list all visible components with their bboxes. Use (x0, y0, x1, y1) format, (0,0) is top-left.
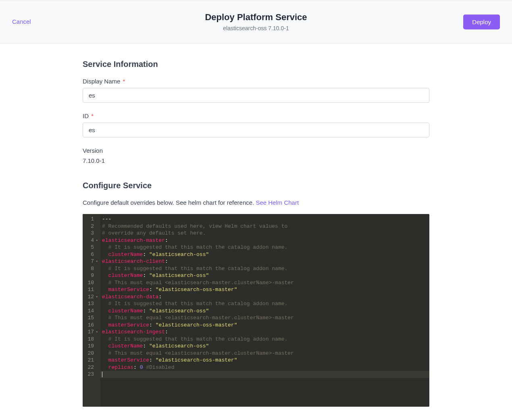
yaml-editor[interactable]: 1234▾567▾89101112▾1314151617▾18192021222… (83, 214, 429, 407)
code-line[interactable]: --- (100, 216, 429, 223)
gutter-line-number: 3 (85, 230, 97, 237)
gutter-line-number: 4▾ (85, 237, 97, 244)
code-line[interactable]: # It is suggested that this match the ca… (100, 265, 429, 272)
header-right: Deploy (452, 15, 500, 29)
version-label: Version (83, 147, 429, 154)
gutter-line-number: 14 (85, 308, 97, 315)
gutter-line-number: 8 (85, 265, 97, 272)
deploy-button[interactable]: Deploy (463, 15, 500, 29)
gutter-line-number: 23 (85, 371, 97, 378)
gutter-line-number: 13 (85, 300, 97, 308)
gutter-line-number: 6 (85, 251, 97, 258)
id-label: ID * (83, 112, 429, 119)
code-line[interactable]: # It is suggested that this match the ca… (100, 300, 429, 308)
header-center: Deploy Platform Service elasticsearch-os… (60, 12, 452, 31)
page-header: Cancel Deploy Platform Service elasticse… (0, 0, 512, 44)
configure-description: Configure default overrides below. See h… (83, 199, 429, 206)
required-indicator: * (91, 112, 94, 119)
gutter-line-number: 1 (85, 216, 97, 223)
gutter-line-number: 22 (85, 364, 97, 371)
gutter-line-number: 10 (85, 279, 97, 287)
gutter-line-number: 12▾ (85, 293, 97, 301)
header-left: Cancel (12, 18, 60, 25)
code-line[interactable]: elasticsearch-client: (100, 258, 429, 265)
code-line[interactable]: masterService: "elasticsearch-oss-master… (100, 286, 429, 293)
editor-lines[interactable]: ---# Recommended defaults used here, vie… (100, 214, 429, 407)
helm-chart-link[interactable]: See Helm Chart (256, 199, 299, 206)
version-group: Version 7.10.0-1 (83, 147, 429, 164)
display-name-label-text: Display Name (83, 78, 120, 85)
gutter-line-number: 9 (85, 272, 97, 279)
code-line[interactable]: clusterName: "elasticsearch-oss" (100, 343, 429, 350)
code-line[interactable]: clusterName: "elasticsearch-oss" (100, 272, 429, 279)
code-line[interactable]: # This must equal <elasticsearch-master.… (100, 350, 429, 357)
gutter-line-number: 11 (85, 286, 97, 293)
gutter-line-number: 20 (85, 350, 97, 357)
code-line[interactable]: # Recommended defaults used here, view H… (100, 223, 429, 230)
code-line[interactable]: masterService: "elasticsearch-oss-master… (100, 322, 429, 329)
code-line[interactable]: # It is suggested that this match the ca… (100, 336, 429, 343)
display-name-label: Display Name * (83, 78, 429, 85)
configure-title: Configure Service (83, 181, 429, 190)
display-name-group: Display Name * (83, 78, 429, 103)
gutter-line-number: 2 (85, 223, 97, 230)
code-line[interactable]: clusterName: "elasticsearch-oss" (100, 308, 429, 315)
fold-marker-icon[interactable]: ▾ (96, 259, 98, 264)
editor-gutter: 1234▾567▾89101112▾1314151617▾18192021222… (83, 214, 100, 407)
configure-desc-text: Configure default overrides below. See h… (83, 199, 256, 206)
fold-marker-icon[interactable]: ▾ (96, 295, 98, 300)
gutter-line-number: 17▾ (85, 329, 97, 336)
required-indicator: * (123, 78, 125, 85)
fold-marker-icon[interactable]: ▾ (96, 238, 98, 243)
id-group: ID * (83, 112, 429, 137)
code-line[interactable]: # It is suggested that this match the ca… (100, 244, 429, 251)
editor-cursor (102, 372, 102, 377)
version-value: 7.10.0-1 (83, 157, 429, 164)
configure-section: Configure Service Configure default over… (83, 181, 429, 407)
content: Service Information Display Name * ID * … (83, 44, 429, 420)
gutter-line-number: 7▾ (85, 258, 97, 265)
code-line[interactable]: # This must equal <elasticsearch-master.… (100, 314, 429, 322)
gutter-line-number: 21 (85, 357, 97, 364)
gutter-line-number: 15 (85, 314, 97, 322)
code-line[interactable]: elasticsearch-data: (100, 293, 429, 301)
code-line[interactable]: # override any defaults set here. (100, 230, 429, 237)
gutter-line-number: 19 (85, 343, 97, 350)
id-input[interactable] (83, 123, 429, 137)
page-subtitle: elasticsearch-oss 7.10.0-1 (60, 25, 452, 31)
id-label-text: ID (83, 112, 89, 119)
gutter-line-number: 5 (85, 244, 97, 251)
code-line[interactable]: elasticsearch-ingest: (100, 329, 429, 336)
gutter-line-number: 16 (85, 322, 97, 329)
fold-marker-icon[interactable]: ▾ (96, 330, 98, 335)
service-info-title: Service Information (83, 60, 429, 69)
display-name-input[interactable] (83, 88, 429, 103)
page-title: Deploy Platform Service (60, 12, 452, 23)
code-line[interactable]: replicas: 0 #Disabled (100, 364, 429, 371)
code-line[interactable]: masterService: "elasticsearch-oss-master… (100, 357, 429, 364)
code-line[interactable]: clusterName: "elasticsearch-oss" (100, 251, 429, 258)
code-line[interactable] (100, 371, 429, 378)
cancel-link[interactable]: Cancel (12, 18, 31, 25)
code-line[interactable]: # This must equal <elasticsearch-master.… (100, 279, 429, 287)
gutter-line-number: 18 (85, 336, 97, 343)
code-line[interactable]: elasticsearch-master: (100, 237, 429, 244)
